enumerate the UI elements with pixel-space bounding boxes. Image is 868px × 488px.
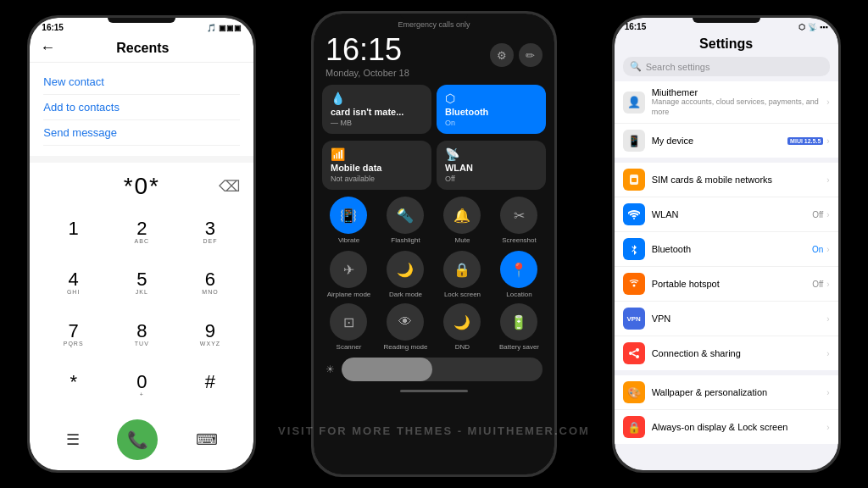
brightness-fill xyxy=(342,358,432,381)
key-star[interactable]: * xyxy=(40,362,107,411)
sim-title: SIM cards & mobile networks xyxy=(652,175,821,185)
cc-battery-btn[interactable]: 🔋 Battery saver xyxy=(492,303,546,351)
settings-item-miuithemer[interactable]: 👤 Miuithemer Manage accounts, cloud serv… xyxy=(615,81,838,124)
contact-actions: New contact Add to contacts Send message xyxy=(30,63,253,152)
search-placeholder-text: Search settings xyxy=(646,62,710,72)
bluetooth-settings-content: Bluetooth xyxy=(652,244,805,254)
battery-icon: 🔋 xyxy=(500,303,537,341)
cc-tile-bluetooth[interactable]: ⬡ Bluetooth On xyxy=(437,85,546,134)
cc-airplane-btn[interactable]: ✈ Airplane mode xyxy=(322,251,376,298)
miuithemer-title: Miuithemer xyxy=(652,87,821,97)
wlan-chevron: › xyxy=(826,210,829,219)
key-1[interactable]: 1 xyxy=(40,208,107,258)
brightness-bar[interactable] xyxy=(342,358,542,381)
cc-tile-mobile[interactable]: 📶 Mobile data Not available xyxy=(322,141,431,190)
cc-settings-icon[interactable]: ⚙ xyxy=(490,43,514,67)
vpn-title: VPN xyxy=(652,313,821,324)
keypad-icon[interactable]: ⌨ xyxy=(196,430,218,449)
signal-icon: ▣▣▣ xyxy=(219,24,242,32)
key-2[interactable]: 2ABC xyxy=(108,208,175,258)
battery-label: Battery saver xyxy=(499,343,539,351)
key-4[interactable]: 4GHI xyxy=(40,259,107,308)
new-contact-link[interactable]: New contact xyxy=(43,69,240,95)
dialer-grid: 1 2ABC 3DEF 4GHI 5JKL 6MNO 7PQRS 8TUV 9W… xyxy=(30,205,253,414)
settings-item-bluetooth[interactable]: Bluetooth On › xyxy=(615,232,838,267)
bluetooth-tile-sub: On xyxy=(445,119,537,127)
key-3[interactable]: 3DEF xyxy=(177,208,244,258)
cc-location-btn[interactable]: 📍 Location xyxy=(492,251,546,298)
connection-chevron: › xyxy=(826,349,829,358)
bt-icon-status: ⬡ xyxy=(798,23,805,31)
cc-header-icons: ⚙ ✏ xyxy=(490,43,542,67)
hotspot-chevron: › xyxy=(826,280,829,289)
svg-point-2 xyxy=(632,285,635,287)
settings-item-vpn[interactable]: VPN VPN › xyxy=(615,302,838,336)
settings-title: Settings xyxy=(615,33,838,57)
settings-item-wallpaper[interactable]: 🎨 Wallpaper & personalization › xyxy=(615,375,838,410)
lockscreen-settings-icon: 🔒 xyxy=(623,416,645,438)
cc-time: 16:15 xyxy=(326,32,409,68)
wallpaper-content: Wallpaper & personalization xyxy=(652,387,821,397)
bluetooth-status-icon: 🎵 xyxy=(207,24,216,32)
wlan-value: Off xyxy=(812,210,823,219)
settings-item-connection[interactable]: Connection & sharing › xyxy=(615,336,838,370)
key-5[interactable]: 5JKL xyxy=(108,259,175,308)
settings-item-hotspot[interactable]: Portable hotspot Off › xyxy=(615,267,838,302)
bluetooth-value: On xyxy=(812,245,823,254)
call-button[interactable]: 📞 xyxy=(117,419,158,460)
mydevice-right: MIUI 12.5.5 › xyxy=(787,136,830,146)
settings-search-bar[interactable]: 🔍 Search settings xyxy=(623,57,830,76)
key-8[interactable]: 8TUV xyxy=(108,311,175,360)
location-label: Location xyxy=(506,291,531,298)
bluetooth-settings-title: Bluetooth xyxy=(652,244,805,254)
add-to-contacts-link[interactable]: Add to contacts xyxy=(43,95,240,120)
miui-badge: MIUI 12.5.5 xyxy=(787,137,823,145)
cc-darkmode-btn[interactable]: 🌙 Dark mode xyxy=(379,251,432,298)
wlan-tile-label: WLAN xyxy=(445,163,537,173)
cc-lockscreen-btn[interactable]: 🔒 Lock screen xyxy=(436,251,489,298)
cc-dnd-btn[interactable]: 🌙 DND xyxy=(436,303,489,351)
hotspot-title: Portable hotspot xyxy=(652,279,806,289)
back-button[interactable]: ← xyxy=(40,39,55,57)
settings-item-wlan[interactable]: WLAN Off › xyxy=(615,197,838,232)
key-6[interactable]: 6MNO xyxy=(177,259,244,308)
contacts-icon[interactable]: ☰ xyxy=(66,430,80,449)
connection-right: › xyxy=(826,349,829,358)
divider xyxy=(30,156,253,163)
mobile-tile-label: Mobile data xyxy=(331,163,423,173)
screenshot-icon: ✂ xyxy=(500,197,537,234)
settings-item-sim[interactable]: SIM cards & mobile networks › xyxy=(615,163,838,197)
key-hash[interactable]: # xyxy=(177,362,244,411)
home-indicator xyxy=(400,390,468,392)
wlan-settings-right: Off › xyxy=(812,210,830,219)
sim-icon xyxy=(623,169,645,191)
cc-scanner-btn[interactable]: ⊡ Scanner xyxy=(322,303,376,351)
key-0[interactable]: 0+ xyxy=(108,362,175,411)
delete-button[interactable]: ⌫ xyxy=(219,177,240,196)
dialer-bottom-bar: ☰ 📞 ⌨ xyxy=(30,414,253,470)
dialer-number: *0* xyxy=(124,173,160,200)
send-message-link[interactable]: Send message xyxy=(43,120,240,146)
lockscreen-settings-right: › xyxy=(826,423,829,432)
vpn-right: › xyxy=(826,314,829,324)
svg-point-3 xyxy=(629,352,632,355)
miuithemer-icon: 👤 xyxy=(623,92,645,114)
cc-screenshot-btn[interactable]: ✂ Screenshot xyxy=(492,197,546,244)
settings-item-lockscreen[interactable]: 🔒 Always-on display & Lock screen › xyxy=(615,410,838,444)
key-7[interactable]: 7PQRS xyxy=(40,311,107,360)
mute-label: Mute xyxy=(455,236,470,244)
status-time-3: 16:15 xyxy=(625,22,647,31)
cc-tile-wlan[interactable]: 📡 WLAN Off xyxy=(437,141,546,190)
cc-edit-icon[interactable]: ✏ xyxy=(519,43,542,67)
cc-vibrate-btn[interactable]: 📳 Vibrate xyxy=(322,197,376,244)
cc-flashlight-btn[interactable]: 🔦 Flashlight xyxy=(379,197,432,244)
cc-tile-data[interactable]: 💧 card isn't mate... — MB xyxy=(322,85,431,134)
status-time-1: 16:15 xyxy=(42,23,64,32)
bluetooth-chevron: › xyxy=(826,245,829,254)
settings-item-mydevice[interactable]: 📱 My device MIUI 12.5.5 › xyxy=(615,124,838,158)
cc-reading-btn[interactable]: 👁 Reading mode xyxy=(379,303,432,351)
airplane-label: Airplane mode xyxy=(327,291,371,298)
cc-mute-btn[interactable]: 🔔 Mute xyxy=(436,197,489,244)
miuithemer-content: Miuithemer Manage accounts, cloud servic… xyxy=(652,87,821,117)
key-9[interactable]: 9WXYZ xyxy=(177,311,244,360)
